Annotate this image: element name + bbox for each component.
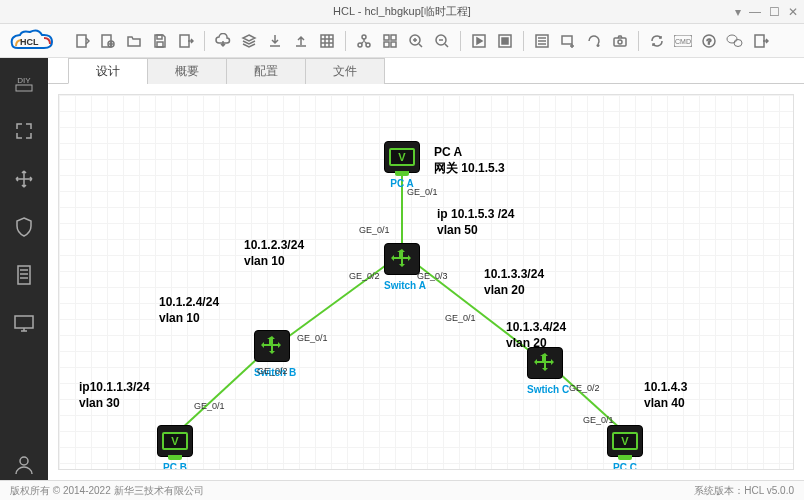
port-label: GE_0/2: [349, 271, 380, 281]
titlebar: HCL - hcl_hbgkup[临时工程] ▾ — ☐ ✕: [0, 0, 804, 24]
sync-icon[interactable]: [645, 29, 669, 53]
refresh-add-icon[interactable]: [582, 29, 606, 53]
port-label: GE_0/1: [359, 225, 390, 235]
wechat-icon[interactable]: [723, 29, 747, 53]
svg-rect-12: [391, 35, 396, 40]
svg-rect-34: [15, 316, 33, 328]
grid-icon[interactable]: [315, 29, 339, 53]
server-icon[interactable]: [9, 260, 39, 290]
help-icon[interactable]: ?: [697, 29, 721, 53]
node-label: Switch A: [384, 280, 420, 291]
annotation: ip10.1.1.3/24vlan 30: [79, 380, 150, 411]
annotation: ip 10.1.5.3 /24vlan 50: [437, 207, 514, 238]
export-icon[interactable]: [174, 29, 198, 53]
svg-point-23: [618, 40, 622, 44]
monitor-icon[interactable]: [9, 308, 39, 338]
open-icon[interactable]: [122, 29, 146, 53]
canvas[interactable]: V PC A Switch A Switch B Swtich C V PC B…: [58, 94, 794, 470]
switch-icon: [384, 243, 420, 275]
camera-icon[interactable]: [608, 29, 632, 53]
pc-icon: V: [607, 425, 643, 457]
port-label: GE_0/1: [407, 187, 438, 197]
pin-icon[interactable]: ▾: [735, 5, 741, 19]
zoom-in-icon[interactable]: [404, 29, 428, 53]
node-label: PC C: [607, 462, 643, 470]
svg-point-35: [20, 457, 28, 465]
add-icon[interactable]: [96, 29, 120, 53]
topology-icon[interactable]: [352, 29, 376, 53]
maximize-icon[interactable]: ☐: [769, 5, 780, 19]
tabs: 设计 概要 配置 文件: [48, 58, 804, 84]
minimize-icon[interactable]: —: [749, 5, 761, 19]
tab-config[interactable]: 配置: [226, 58, 306, 84]
node-switch-c[interactable]: Swtich C: [527, 347, 563, 395]
svg-rect-1: [77, 35, 86, 47]
hcl-logo: HCL: [8, 28, 58, 54]
node-pc-a[interactable]: V PC A: [384, 141, 420, 189]
port-label: GE_0/1: [194, 401, 225, 411]
separator: [345, 31, 346, 51]
port-label: GE_0/1: [583, 415, 614, 425]
svg-rect-22: [614, 38, 626, 46]
node-label: Swtich C: [527, 384, 563, 395]
svg-text:?: ?: [707, 37, 712, 46]
svg-rect-21: [562, 36, 572, 44]
new-icon[interactable]: [70, 29, 94, 53]
port-label: GE_0/2: [569, 383, 600, 393]
annotation: PC A网关 10.1.5.3: [434, 145, 505, 176]
cmd-icon[interactable]: CMD: [671, 29, 695, 53]
save-icon[interactable]: [148, 29, 172, 53]
separator: [460, 31, 461, 51]
user-icon[interactable]: [9, 450, 39, 480]
pc-icon: V: [384, 141, 420, 173]
upload-icon[interactable]: [289, 29, 313, 53]
window-add-icon[interactable]: [556, 29, 580, 53]
shield-icon[interactable]: [9, 212, 39, 242]
node-switch-a[interactable]: Switch A: [384, 243, 420, 291]
annotation: 10.1.4.3vlan 40: [644, 380, 687, 411]
window-controls: ▾ — ☐ ✕: [735, 5, 798, 19]
cloud-down-icon[interactable]: [211, 29, 235, 53]
play-icon[interactable]: [467, 29, 491, 53]
svg-line-39: [179, 357, 259, 431]
port-label: GE_0/1: [297, 333, 328, 343]
layers-icon[interactable]: [237, 29, 261, 53]
zoom-out-icon[interactable]: [430, 29, 454, 53]
version: 系统版本：HCL v5.0.0: [694, 484, 794, 498]
svg-point-29: [734, 39, 742, 46]
tab-design[interactable]: 设计: [68, 58, 148, 84]
expand-icon[interactable]: [9, 116, 39, 146]
stop-icon[interactable]: [493, 29, 517, 53]
svg-rect-6: [180, 35, 189, 47]
close-icon[interactable]: ✕: [788, 5, 798, 19]
annotation: 10.1.3.3/24vlan 20: [484, 267, 544, 298]
copyright: 版权所有 © 2014-2022 新华三技术有限公司: [10, 484, 204, 498]
port-label: GE_0/1: [445, 313, 476, 323]
window-title: HCL - hcl_hbgkup[临时工程]: [333, 4, 471, 19]
svg-rect-11: [384, 35, 389, 40]
links-layer: [59, 95, 793, 469]
tab-summary[interactable]: 概要: [147, 58, 227, 84]
svg-text:CMD: CMD: [675, 38, 691, 45]
node-pc-b[interactable]: V PC B: [157, 425, 193, 470]
toolbar: HCL CMD ?: [0, 24, 804, 58]
node-pc-c[interactable]: V PC C: [607, 425, 643, 470]
move-icon[interactable]: [9, 164, 39, 194]
port-label: GE_0/3: [417, 271, 448, 281]
footer: 版权所有 © 2014-2022 新华三技术有限公司 系统版本：HCL v5.0…: [0, 480, 804, 500]
svg-point-28: [727, 35, 737, 43]
switch-icon: [254, 330, 290, 362]
svg-text:DIY: DIY: [17, 76, 31, 85]
svg-rect-13: [384, 42, 389, 47]
annotation: 10.1.2.3/24vlan 10: [244, 238, 304, 269]
download-icon[interactable]: [263, 29, 287, 53]
sidebar: DIY: [0, 58, 48, 480]
svg-point-8: [362, 35, 366, 39]
apps-icon[interactable]: [378, 29, 402, 53]
tab-file[interactable]: 文件: [305, 58, 385, 84]
svg-rect-32: [16, 85, 32, 91]
diy-icon[interactable]: DIY: [9, 68, 39, 98]
list-icon[interactable]: [530, 29, 554, 53]
svg-rect-30: [755, 35, 764, 47]
share-icon[interactable]: [749, 29, 773, 53]
